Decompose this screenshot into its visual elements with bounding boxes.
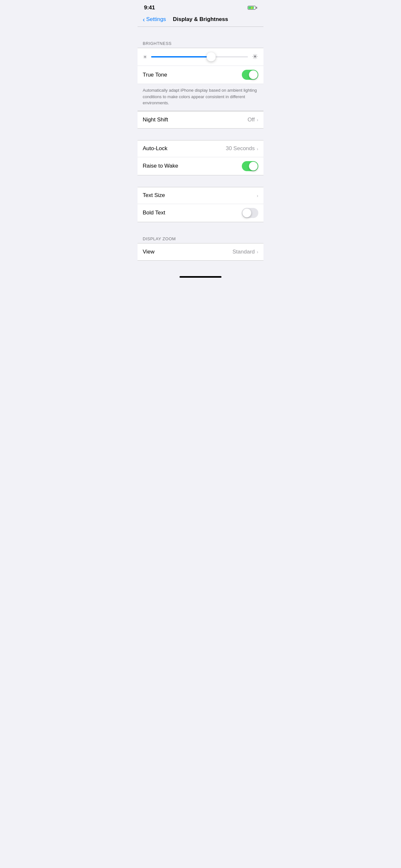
- battery-icon: ⚡: [248, 6, 257, 10]
- display-zoom-header: DISPLAY ZOOM: [137, 234, 264, 243]
- view-label: View: [143, 249, 155, 255]
- back-button-label: Settings: [146, 16, 166, 23]
- sun-large-icon: ☀: [252, 53, 258, 61]
- bold-text-toggle-thumb: [243, 209, 251, 217]
- night-shift-group: Night Shift Off ›: [137, 111, 264, 128]
- section-gap-display-zoom: [137, 222, 264, 234]
- section-gap-third: [137, 175, 264, 187]
- brightness-slider-thumb[interactable]: [207, 52, 216, 61]
- view-right: Standard ›: [233, 249, 258, 255]
- section-gap-second: [137, 128, 264, 140]
- status-time: 9:41: [144, 4, 155, 11]
- back-button[interactable]: ‹ Settings: [143, 16, 166, 23]
- home-bar: [180, 276, 221, 278]
- true-tone-label: True Tone: [143, 72, 167, 78]
- sun-small-icon: ☀: [143, 54, 147, 60]
- true-tone-toggle[interactable]: [242, 70, 258, 80]
- home-indicator: [137, 274, 264, 279]
- bold-text-label: Bold Text: [143, 210, 165, 216]
- brightness-slider-row[interactable]: ☀ ☀: [137, 48, 264, 66]
- raise-to-wake-toggle[interactable]: [242, 161, 258, 171]
- text-size-label: Text Size: [143, 192, 165, 198]
- auto-lock-label: Auto-Lock: [143, 145, 167, 152]
- night-shift-row[interactable]: Night Shift Off ›: [137, 112, 264, 128]
- true-tone-description-row: Automatically adapt iPhone display based…: [137, 84, 264, 111]
- text-size-chevron-icon: ›: [257, 193, 258, 198]
- battery-body: ⚡: [248, 6, 256, 10]
- auto-lock-chevron-icon: ›: [257, 146, 258, 151]
- text-size-right: ›: [257, 193, 258, 198]
- night-shift-label: Night Shift: [143, 117, 168, 123]
- text-group: Text Size › Bold Text: [137, 187, 264, 222]
- section-gap-top: [137, 27, 264, 38]
- status-bar: 9:41 ⚡: [137, 0, 264, 13]
- raise-to-wake-label: Raise to Wake: [143, 163, 178, 169]
- true-tone-row: True Tone: [137, 66, 264, 84]
- night-shift-chevron-icon: ›: [257, 117, 258, 122]
- brightness-section-header: BRIGHTNESS: [137, 38, 264, 48]
- bold-text-row: Bold Text: [137, 204, 264, 222]
- status-icons: ⚡: [248, 6, 257, 10]
- display-zoom-group: View Standard ›: [137, 243, 264, 260]
- text-size-row[interactable]: Text Size ›: [137, 187, 264, 204]
- view-value: Standard: [233, 249, 255, 255]
- page-title: Display & Brightness: [173, 16, 228, 23]
- brightness-slider-track[interactable]: [151, 56, 248, 58]
- view-chevron-icon: ›: [257, 249, 258, 254]
- raise-to-wake-toggle-thumb: [249, 162, 258, 170]
- view-row[interactable]: View Standard ›: [137, 244, 264, 260]
- auto-lock-right: 30 Seconds ›: [226, 145, 258, 152]
- battery-cap: [256, 7, 257, 9]
- brightness-section: ☀ ☀ True Tone: [137, 48, 264, 84]
- nav-bar: ‹ Settings Display & Brightness: [137, 13, 264, 27]
- battery-bolt-icon: ⚡: [250, 6, 253, 9]
- autolock-group: Auto-Lock 30 Seconds › Raise to Wake: [137, 140, 264, 175]
- back-chevron-icon: ‹: [143, 16, 145, 23]
- brightness-slider-fill: [151, 56, 211, 58]
- true-tone-description: Automatically adapt iPhone display based…: [143, 88, 257, 105]
- night-shift-right: Off ›: [248, 117, 258, 123]
- auto-lock-row[interactable]: Auto-Lock 30 Seconds ›: [137, 141, 264, 157]
- auto-lock-value: 30 Seconds: [226, 145, 255, 152]
- night-shift-value: Off: [248, 117, 255, 123]
- raise-to-wake-row: Raise to Wake: [137, 157, 264, 175]
- bold-text-toggle[interactable]: [242, 208, 258, 218]
- true-tone-toggle-thumb: [249, 70, 258, 79]
